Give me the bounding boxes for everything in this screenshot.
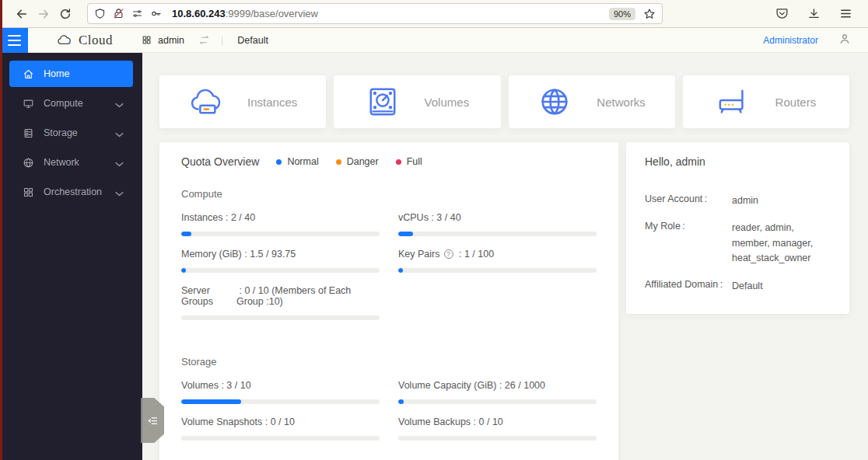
quota-overview-card: Quota Overview NormalDangerFull ComputeI… — [159, 142, 618, 460]
legend-dot — [276, 159, 282, 165]
legend-full: Full — [396, 156, 422, 167]
sidebar-item-network[interactable]: Network — [9, 149, 133, 176]
chevron-down-icon — [114, 129, 125, 141]
quota-item-instances: Instances : 2 / 40 — [181, 212, 380, 236]
sidebar-toggle-button[interactable] — [0, 28, 28, 53]
legend-dot — [336, 159, 341, 165]
address-bar[interactable]: 10.8.60.243:9999/base/overview 90% — [87, 3, 663, 24]
url-text[interactable]: 10.8.60.243:9999/base/overview — [172, 8, 318, 19]
app-logo: Cloud — [28, 33, 142, 48]
help-icon[interactable]: ? — [444, 249, 453, 259]
zoom-level-badge[interactable]: 90% — [609, 8, 635, 20]
quota-item-label: Volume Backups : 0 / 10 — [398, 416, 597, 427]
sidebar-item-storage[interactable]: Storage — [9, 120, 133, 146]
quota-item-volume-snapshots: Volume Snapshots : 0 / 10 — [181, 416, 380, 441]
volumes-icon — [366, 86, 400, 117]
back-button[interactable] — [11, 3, 33, 25]
shield-icon[interactable] — [94, 8, 106, 19]
progress-bar — [398, 399, 597, 404]
menu-icon[interactable] — [839, 7, 852, 20]
key-icon[interactable] — [150, 8, 162, 19]
drawer-list-icon — [147, 415, 159, 427]
browser-actions — [775, 7, 859, 20]
quota-item-label: Volume Capacity (GiB) : 26 / 1000 — [398, 380, 597, 391]
project-user-label: admin — [158, 35, 184, 46]
card-volumes[interactable]: Volumes — [334, 75, 500, 128]
progress-bar — [181, 436, 380, 441]
quota-item-label: Key Pairs? : 1 / 100 — [398, 249, 597, 260]
user-info-value: admin — [732, 193, 831, 208]
card-instances[interactable]: Instances — [159, 75, 326, 128]
progress-bar — [181, 315, 380, 320]
card-label: Instances — [247, 96, 297, 109]
sidebar-item-label: Home — [44, 68, 69, 79]
quota-item-label: vCPUs : 3 / 40 — [398, 212, 597, 223]
card-label: Networks — [597, 96, 646, 109]
progress-fill — [398, 399, 404, 404]
network-icon — [23, 157, 34, 169]
switch-project-icon[interactable] — [198, 34, 210, 46]
reload-icon — [59, 8, 72, 20]
bookmark-star-icon[interactable] — [643, 8, 656, 20]
user-info-row: User Account :admin — [645, 193, 831, 208]
arrow-left-icon — [16, 8, 28, 20]
legend-danger: Danger — [336, 156, 379, 167]
progress-fill — [398, 232, 413, 236]
storage-icon — [23, 127, 34, 139]
insecure-lock-icon[interactable] — [113, 8, 124, 19]
routers-icon — [716, 86, 751, 117]
quota-item-label: Instances : 2 / 40 — [181, 212, 380, 223]
browser-toolbar: 10.8.60.243:9999/base/overview 90% — [0, 0, 868, 28]
progress-bar — [398, 232, 597, 236]
progress-bar — [181, 232, 380, 236]
progress-bar — [181, 399, 380, 404]
sidebar-item-home[interactable]: Home — [9, 61, 133, 87]
compute-icon — [23, 98, 34, 110]
forward-button[interactable] — [33, 3, 54, 25]
sidebar-item-compute[interactable]: Compute — [9, 90, 133, 117]
person-icon — [838, 33, 851, 45]
quota-item-volume-capacity-gib-: Volume Capacity (GiB) : 26 / 1000 — [398, 380, 597, 404]
quota-item-vcpus: vCPUs : 3 / 40 — [398, 212, 597, 236]
progress-bar — [398, 268, 597, 273]
app-header: Cloud admin | Default Administrator — [0, 28, 868, 53]
resource-cards-row: InstancesVolumesNetworksRouters — [159, 75, 849, 128]
arrow-right-icon — [37, 8, 50, 20]
cloud-logo-icon — [57, 34, 74, 47]
progress-fill — [398, 268, 403, 273]
user-info-row: Affiliated Domain :Default — [645, 279, 831, 294]
user-info-value: reader, admin, member, manager, heat_sta… — [732, 221, 831, 266]
card-label: Routers — [775, 96, 817, 109]
chevron-down-icon — [114, 99, 125, 111]
reload-button[interactable] — [54, 3, 76, 25]
sidebar-nav: HomeComputeStorageNetworkOrchestration — [0, 53, 142, 460]
legend-dot — [396, 159, 401, 165]
user-info-value: Default — [732, 279, 831, 294]
quota-section-title: Compute — [181, 188, 597, 200]
card-routers[interactable]: Routers — [683, 75, 849, 128]
download-icon[interactable] — [807, 7, 821, 20]
card-label: Volumes — [425, 96, 470, 109]
administrator-link[interactable]: Administrator — [763, 35, 818, 46]
permissions-icon[interactable] — [131, 8, 143, 19]
home-icon — [23, 68, 34, 80]
project-switcher[interactable]: admin | Default — [142, 34, 268, 46]
instances-icon — [188, 86, 222, 117]
user-avatar[interactable] — [838, 33, 851, 48]
sidebar-item-orchestration[interactable]: Orchestration — [9, 179, 133, 205]
pocket-icon[interactable] — [775, 7, 789, 20]
console-drawer-handle[interactable] — [141, 398, 164, 443]
card-networks[interactable]: Networks — [509, 75, 675, 128]
progress-fill — [181, 399, 241, 404]
url-path: :9999/base/overview — [226, 8, 318, 19]
sidebar-item-label: Network — [44, 157, 79, 168]
quota-item-volume-backups: Volume Backups : 0 / 10 — [398, 416, 597, 441]
quota-item-memory-gib-: Memory (GiB) : 1.5 / 93.75 — [181, 249, 380, 273]
user-info-label: My Role : — [645, 221, 732, 266]
user-info-row: My Role :reader, admin, member, manager,… — [645, 221, 831, 266]
project-grid-icon — [142, 35, 152, 45]
url-host: 10.8.60.243 — [172, 8, 226, 19]
progress-fill — [181, 268, 186, 273]
chevron-down-icon — [114, 188, 125, 200]
user-info-label: User Account : — [645, 193, 732, 208]
